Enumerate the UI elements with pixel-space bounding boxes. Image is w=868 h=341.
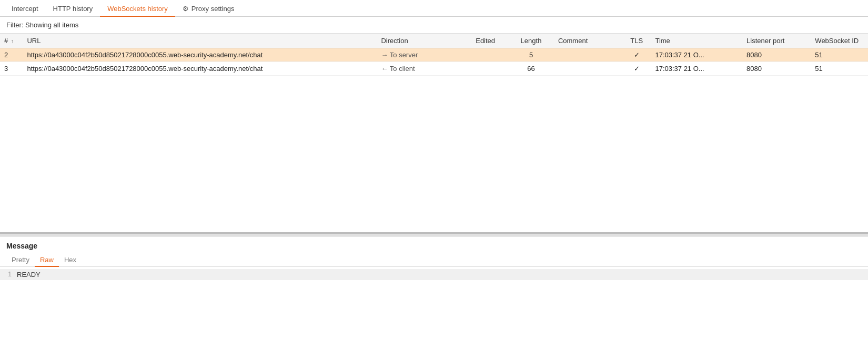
col-header-edited[interactable]: Edited	[462, 34, 508, 48]
cell-url: https://0a43000c04f2b50d85021728000c0055…	[23, 62, 377, 76]
cell-direction: → To server	[377, 48, 462, 62]
table-body: 2 https://0a43000c04f2b50d85021728000c00…	[0, 48, 868, 76]
cell-num: 3	[0, 62, 23, 76]
tab-http-history[interactable]: HTTP history	[46, 2, 100, 17]
table-row[interactable]: 2 https://0a43000c04f2b50d85021728000c00…	[0, 48, 868, 62]
cell-direction: ← To client	[377, 62, 462, 76]
col-header-websocket-id[interactable]: WebSocket ID	[811, 34, 868, 48]
col-header-time[interactable]: Time	[651, 34, 742, 48]
message-content: 1 READY	[0, 267, 868, 330]
tab-bar: Intercept HTTP history WebSockets histor…	[0, 0, 868, 17]
msg-tab-raw[interactable]: Raw	[35, 254, 59, 267]
cell-listener-port: 8080	[742, 62, 811, 76]
table-header-row: # ↑ URL Direction Edited Length Comment …	[0, 34, 868, 48]
col-header-listener-port[interactable]: Listener port	[742, 34, 811, 48]
cell-edited	[462, 48, 508, 62]
websockets-table: # ↑ URL Direction Edited Length Comment …	[0, 34, 868, 76]
col-header-length[interactable]: Length	[508, 34, 554, 48]
table-row[interactable]: 3 https://0a43000c04f2b50d85021728000c00…	[0, 62, 868, 76]
line-text: READY	[17, 271, 41, 278]
cell-comment	[554, 62, 622, 76]
cell-comment	[554, 48, 622, 62]
tab-websockets-history[interactable]: WebSockets history	[100, 2, 175, 17]
cell-num: 2	[0, 48, 23, 62]
col-header-tls[interactable]: TLS	[622, 34, 651, 48]
cell-time: 17:03:37 21 O...	[651, 48, 742, 62]
cell-length: 66	[508, 62, 554, 76]
tab-proxy-settings[interactable]: ⚙ Proxy settings	[175, 2, 242, 17]
cell-length: 5	[508, 48, 554, 62]
message-title: Message	[0, 236, 868, 252]
message-section: Message Pretty Raw Hex 1 READY	[0, 236, 868, 330]
filter-text: Filter: Showing all items	[6, 21, 78, 29]
cell-tls: ✓	[622, 62, 651, 76]
col-header-comment[interactable]: Comment	[554, 34, 622, 48]
cell-url: https://0a43000c04f2b50d85021728000c0055…	[23, 48, 377, 62]
col-header-num[interactable]: # ↑	[0, 34, 23, 48]
cell-tls: ✓	[622, 48, 651, 62]
message-line: 1 READY	[0, 269, 868, 280]
line-number: 1	[0, 271, 17, 278]
cell-websocket-id: 51	[811, 48, 868, 62]
col-header-direction[interactable]: Direction	[377, 34, 462, 48]
tab-intercept[interactable]: Intercept	[4, 2, 46, 17]
filter-bar: Filter: Showing all items	[0, 17, 868, 34]
cell-listener-port: 8080	[742, 48, 811, 62]
gear-icon: ⚙	[183, 5, 189, 13]
msg-tab-hex[interactable]: Hex	[59, 254, 82, 267]
cell-time: 17:03:37 21 O...	[651, 62, 742, 76]
tab-proxy-settings-label: Proxy settings	[191, 5, 235, 13]
cell-websocket-id: 51	[811, 62, 868, 76]
msg-tab-pretty[interactable]: Pretty	[6, 254, 35, 267]
message-tab-bar: Pretty Raw Hex	[0, 252, 868, 267]
sort-arrow-num: ↑	[11, 38, 14, 44]
cell-edited	[462, 62, 508, 76]
col-header-url[interactable]: URL	[23, 34, 377, 48]
websockets-table-container: # ↑ URL Direction Edited Length Comment …	[0, 34, 868, 233]
